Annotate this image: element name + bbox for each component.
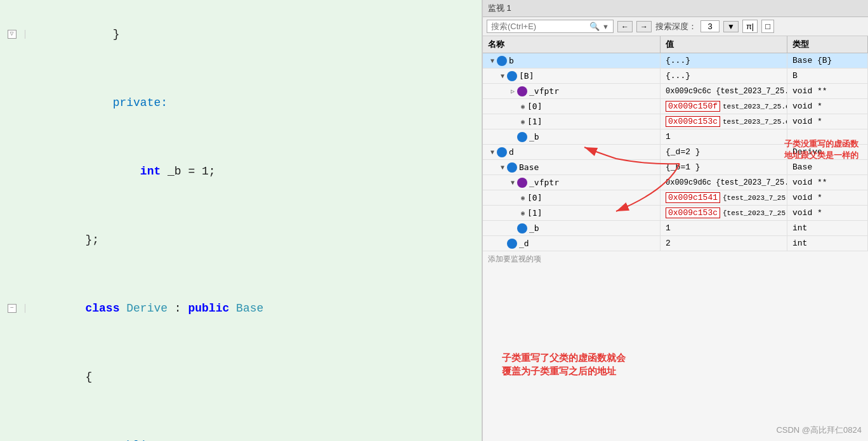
watch-type-cell: void * — [787, 99, 868, 114]
watch-type-cell: void ** — [787, 175, 868, 190]
watch-value: {_d=2 } — [666, 147, 700, 157]
watch-name-cell: ▼ [B] — [483, 69, 661, 83]
collapse-button[interactable]: − — [8, 304, 16, 313]
code-token: Base — [236, 302, 263, 315]
code-line: − class Derive : public Base — [0, 274, 482, 343]
expand-icon[interactable]: ▼ — [498, 72, 507, 81]
watch-row[interactable]: ◉ [1] 0x009c153c {test_2023_7_25.exe!Bas… — [483, 206, 868, 221]
watch-type: void ** — [792, 86, 827, 96]
watch-value-cell: {...} — [661, 53, 787, 68]
code-token: class — [85, 302, 126, 315]
watch-value-detail: test_2023_7_25.exe!Base::Func2(v... — [723, 118, 787, 126]
watch-value-cell: 0x009c9c6c {test_2023_7_25.exe!void(* Ba… — [661, 84, 787, 98]
header-name: 名称 — [483, 36, 661, 53]
code-token: { — [85, 371, 92, 383]
expand-icon[interactable]: ▼ — [508, 178, 517, 187]
watch-row[interactable]: ▼ Base {_b=1 } Base — [483, 160, 868, 175]
depth-input[interactable] — [700, 20, 720, 32]
watch-name: _vfptr — [529, 178, 559, 187]
watch-title: 监视 1 — [488, 3, 511, 14]
watch-value-detail: test_2023_7_25.exe!Base::Func1(v... — [723, 103, 787, 110]
annotation-text-2: 子类重写了父类的虚函数就会覆盖为子类重写之后的地址 — [502, 351, 626, 378]
watch-name-cell: ◉ [1] — [483, 206, 661, 220]
watch-name-cell: ▼ Base — [483, 160, 661, 174]
expand-icon[interactable]: ◉ — [518, 194, 527, 202]
watch-name: _b — [529, 223, 539, 233]
nav-back-button[interactable]: ← — [617, 21, 633, 32]
watch-value: 0x009c9d6c {test_2023_7_25.exe!void(* De… — [666, 178, 787, 187]
watch-value-cell: 1 — [661, 221, 787, 235]
watch-value: 0x009c9c6c {test_2023_7_25.exe!void(* Ba… — [666, 87, 787, 96]
code-panel: ▽ } private: int _b = 1; }; — [0, 0, 482, 441]
watch-value-boxed: 0x009c153c — [666, 207, 720, 218]
watch-type: void ** — [792, 178, 827, 187]
expand-icon[interactable]: ▼ — [498, 163, 507, 172]
watch-row[interactable]: ▼ b {...} Base {B} — [483, 53, 868, 69]
watch-table-header: 名称 值 类型 — [483, 36, 868, 53]
watch-name: Base — [519, 162, 539, 172]
watch-type-cell: void * — [787, 206, 868, 220]
watch-row[interactable]: ▷ _vfptr 0x009c9c6c {test_2023_7_25.exe!… — [483, 84, 868, 99]
watch-name: _d — [519, 239, 529, 248]
expand-icon[interactable]: ▼ — [488, 56, 497, 65]
pin-button[interactable]: π| — [742, 20, 758, 33]
search-box[interactable]: 🔍 ▼ — [487, 20, 614, 33]
code-line: }; — [0, 206, 482, 274]
watch-name: _b — [529, 132, 539, 142]
search-dropdown[interactable]: ▼ — [602, 23, 609, 30]
watch-value-detail: {test_2023_7_25.exe!Base::Func2(v... — [723, 209, 787, 217]
watch-value-boxed: 0x009c150f — [666, 101, 720, 112]
watch-type: void * — [792, 193, 822, 202]
code-token: : — [168, 302, 188, 315]
expand-icon[interactable]: ◉ — [518, 102, 527, 111]
watch-value-cell: 0x009c153c {test_2023_7_25.exe!Base::Fun… — [661, 206, 787, 220]
watch-row[interactable]: ◉ [0] 0x009c1541 {test_2023_7_25.exe!Der… — [483, 190, 868, 206]
node-icon — [517, 223, 527, 234]
expand-icon[interactable]: ◉ — [518, 209, 527, 218]
annotation-text-1: 子类没重写的虚函数 地址跟父类是一样的 — [784, 138, 867, 161]
add-watch-item[interactable]: 添加要监视的项 — [483, 251, 868, 267]
watch-value-cell: {_d=2 } — [661, 145, 787, 159]
nav-forward-button[interactable]: → — [636, 21, 652, 32]
watch-title-bar: 监视 1 — [483, 0, 868, 17]
header-value: 值 — [661, 36, 787, 53]
watch-type: B — [792, 71, 798, 81]
watch-row[interactable]: ◉ [1] 0x009c153c test_2023_7_25.exe!Base… — [483, 114, 868, 129]
watch-type: Base {B} — [792, 56, 832, 65]
watch-name-cell: ◉ [0] — [483, 190, 661, 205]
watch-name: [0] — [527, 102, 542, 111]
depth-dropdown-button[interactable]: ▼ — [723, 21, 739, 32]
expand-icon[interactable]: ▼ — [488, 148, 497, 157]
node-icon — [497, 147, 507, 157]
code-token: private: — [85, 96, 168, 109]
watch-row[interactable]: ◉ [0] 0x009c150f test_2023_7_25.exe!Base… — [483, 99, 868, 114]
expand-icon[interactable]: ◉ — [518, 117, 527, 126]
watch-row[interactable]: ◉ _d 2 int — [483, 236, 868, 251]
watch-type: void * — [792, 102, 822, 111]
watch-value-boxed: 0x009c153c — [666, 116, 720, 127]
expand-icon[interactable]: ▷ — [508, 87, 517, 96]
code-line: { — [0, 343, 482, 411]
code-token: } — [85, 28, 119, 41]
watch-value-cell: 2 — [661, 236, 787, 251]
watch-row[interactable]: ▼ _vfptr 0x009c9d6c {test_2023_7_25.exe!… — [483, 175, 868, 190]
code-token: }; — [85, 234, 99, 246]
code-line: private: — [0, 69, 482, 137]
search-input[interactable] — [491, 22, 589, 31]
watch-row[interactable]: ▼ [B] {...} B — [483, 69, 868, 84]
watch-type: int — [792, 239, 807, 248]
watch-type-cell: void ** — [787, 84, 868, 98]
watch-name-cell: ▷ _b — [483, 129, 661, 144]
collapse-button[interactable]: ▽ — [8, 30, 16, 39]
line-gutter: ▽ — [0, 30, 25, 39]
line-content: int _b = 1; — [25, 137, 482, 206]
watch-row[interactable]: ◉ _b 1 int — [483, 221, 868, 236]
node-icon — [507, 239, 517, 249]
watch-value-cell: 1 — [661, 129, 787, 144]
watch-name-cell: ▼ d — [483, 145, 661, 159]
watch-type-cell: Base {B} — [787, 53, 868, 68]
watch-value-cell: 0x009c150f test_2023_7_25.exe!Base::Func… — [661, 99, 787, 114]
watch-type: int — [792, 223, 807, 233]
watch-value: 1 — [666, 132, 671, 142]
expand-button[interactable]: □ — [761, 20, 774, 33]
